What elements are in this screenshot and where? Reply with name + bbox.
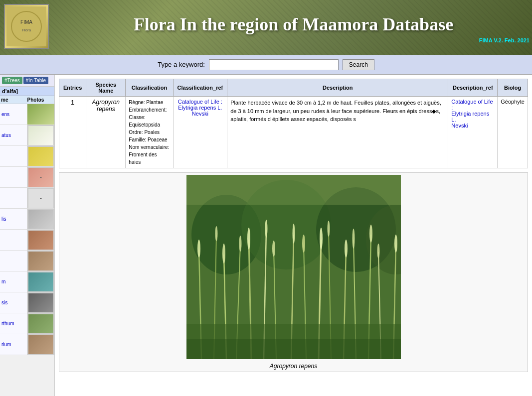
svg-rect-43 — [186, 339, 401, 359]
svg-point-29 — [239, 236, 241, 252]
header-logo: FIMA Flora — [4, 4, 49, 49]
sidebar-species-name[interactable]: rium — [0, 334, 27, 355]
col-name: me — [1, 97, 27, 103]
sidebar-photo[interactable] — [27, 271, 55, 292]
svg-point-39 — [369, 225, 372, 243]
sidebar-photo[interactable] — [27, 334, 55, 355]
sidebar-species-name[interactable] — [0, 230, 27, 250]
col-classification-ref: Classification_ref — [173, 79, 227, 97]
sidebar-photo[interactable] — [27, 313, 55, 334]
list-item: atus — [0, 125, 54, 146]
description-ref-cell: Catalogue of Life : Elytrigia repens L. … — [448, 97, 498, 168]
list-item: - — [0, 188, 54, 209]
image-caption: Agropyron repens — [61, 363, 526, 370]
header-version: FIMA V.2. Feb. 2021 — [479, 37, 530, 43]
description-ref-text: Catalogue of Life : Elytrigia repens L. … — [451, 99, 494, 129]
svg-point-34 — [302, 235, 305, 253]
list-item: - — [0, 167, 54, 188]
svg-point-38 — [352, 229, 355, 249]
sidebar-species-name[interactable] — [0, 167, 27, 187]
plant-image-section: Agropyron repens — [59, 172, 528, 372]
svg-point-30 — [247, 228, 250, 250]
sidebar-species-name[interactable]: rthum — [0, 313, 27, 334]
biolog-text: Géophyte — [501, 99, 525, 105]
sidebar: #Trees #In Table d'alfa] me Photos ens a… — [0, 75, 55, 396]
sidebar-species-name[interactable] — [0, 146, 27, 166]
header-title: Flora In the region of Maamora Database — [55, 14, 532, 35]
svg-point-33 — [292, 224, 295, 244]
svg-point-37 — [345, 240, 348, 258]
svg-text:Flora: Flora — [22, 28, 31, 32]
content-area: Entries Species Name Classification Clas… — [55, 75, 532, 396]
plant-svg — [186, 175, 401, 359]
classification-ref-cell: Catalogue of Life : Elytrigia repens L. … — [173, 97, 227, 168]
sidebar-header: d'alfa] — [0, 87, 54, 96]
sidebar-photo[interactable] — [27, 209, 55, 229]
list-item: rium — [0, 334, 54, 355]
svg-point-36 — [327, 221, 330, 237]
list-item — [0, 230, 54, 251]
svg-point-40 — [377, 244, 379, 259]
sidebar-species-name[interactable]: m — [0, 271, 27, 292]
sidebar-photo[interactable] — [27, 146, 55, 166]
col-description: Description — [227, 79, 448, 97]
list-item: lis — [0, 209, 54, 230]
data-table: Entries Species Name Classification Clas… — [59, 79, 528, 168]
list-item: m — [0, 271, 54, 292]
classification-ref-text: Catalogue of Life : Elytrigia repens L. … — [177, 99, 224, 117]
list-item — [0, 251, 54, 271]
svg-point-31 — [265, 220, 267, 238]
sidebar-species-name[interactable] — [0, 251, 27, 271]
col-description-ref: Description_ref — [448, 79, 498, 97]
sidebar-species-name[interactable] — [0, 188, 27, 208]
sidebar-species-name[interactable]: atus — [0, 125, 27, 145]
sidebar-photo[interactable]: - — [27, 188, 55, 208]
tag-in-table[interactable]: #In Table — [23, 77, 48, 84]
classification-text: Règne: Plantae Embranchement: Classe: Eq… — [129, 99, 170, 166]
svg-point-35 — [320, 228, 323, 250]
plant-image-inner — [186, 175, 401, 359]
search-bar: Type a keyword: Search — [0, 55, 532, 75]
sidebar-tags: #Trees #In Table — [0, 75, 54, 87]
svg-rect-9 — [186, 175, 401, 205]
svg-point-26 — [197, 240, 200, 258]
list-item: sis — [0, 292, 54, 313]
list-item: ens — [0, 104, 54, 125]
svg-rect-0 — [6, 6, 46, 46]
sidebar-col-headers: me Photos — [0, 96, 54, 104]
search-label: Type a keyword: — [158, 61, 205, 68]
svg-text:FIMA: FIMA — [20, 19, 32, 25]
sidebar-photo[interactable] — [27, 230, 55, 250]
classification-cell: Règne: Plantae Embranchement: Classe: Eq… — [126, 97, 173, 168]
description-text: Plante herbacée vivace de 30 cm à 1,2 m … — [230, 99, 445, 124]
search-button[interactable]: Search — [343, 59, 374, 70]
col-classification: Classification — [126, 79, 173, 97]
svg-point-27 — [215, 226, 217, 241]
col-entries: Entries — [59, 79, 86, 97]
svg-point-32 — [272, 241, 275, 257]
sidebar-photo[interactable] — [27, 292, 55, 313]
sidebar-species-name[interactable]: sis — [0, 292, 27, 313]
search-input[interactable] — [209, 59, 339, 70]
description-cell: Plante herbacée vivace de 30 cm à 1,2 m … — [227, 97, 448, 168]
sidebar-photo[interactable] — [27, 125, 55, 145]
species-name-cell: Agropyron repens — [86, 97, 126, 168]
sidebar-species-name[interactable]: ens — [0, 104, 27, 125]
entry-number: 1 — [59, 97, 86, 168]
sidebar-photo[interactable]: - — [27, 167, 55, 187]
list-item — [0, 146, 54, 167]
col-species-name: Species Name — [86, 79, 126, 97]
list-item: rthum — [0, 313, 54, 334]
svg-point-28 — [222, 244, 225, 264]
col-biolog: Biolog — [498, 79, 528, 97]
col-photos: Photos — [27, 97, 54, 103]
sidebar-photo[interactable] — [27, 104, 55, 125]
tag-trees[interactable]: #Trees — [2, 77, 22, 84]
sidebar-species-name[interactable]: lis — [0, 209, 27, 229]
sidebar-photo[interactable] — [27, 251, 55, 271]
header: FIMA Flora Flora In the region of Maamor… — [0, 0, 532, 55]
table-row: 1 Agropyron repens Règne: Plantae Embran… — [59, 97, 528, 168]
main-layout: #Trees #In Table d'alfa] me Photos ens a… — [0, 75, 532, 396]
svg-point-41 — [394, 235, 397, 253]
biolog-cell: Géophyte — [498, 97, 528, 168]
